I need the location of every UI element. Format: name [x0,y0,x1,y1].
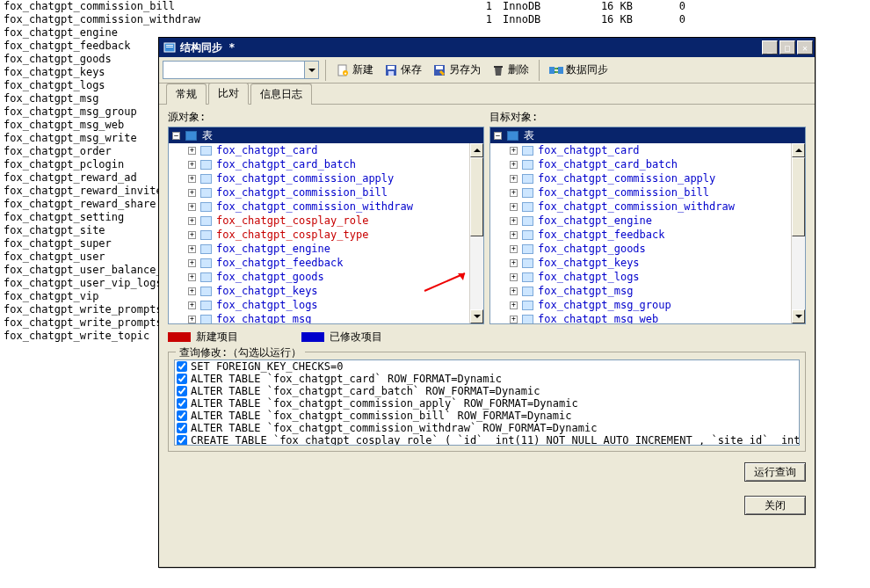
tree-node[interactable]: +fox_chatgpt_keys [169,284,469,298]
tree-node[interactable]: +fox_chatgpt_feedback [169,256,469,270]
query-checkbox[interactable] [177,398,187,409]
tree-node[interactable]: +fox_chatgpt_engine [490,214,791,228]
collapse-icon[interactable]: − [172,132,180,140]
profile-combobox[interactable] [163,61,319,79]
tree-node[interactable]: +fox_chatgpt_commission_bill [490,185,791,200]
expand-icon[interactable]: + [188,287,196,295]
expand-icon[interactable]: + [510,273,518,281]
combobox-dropdown-button[interactable] [304,62,318,78]
query-checkbox[interactable] [177,410,187,421]
collapse-icon[interactable]: − [494,132,502,140]
save-as-button[interactable]: 另存为 [429,61,484,79]
target-scrollbar[interactable] [791,143,805,323]
expand-icon[interactable]: + [510,217,518,225]
expand-icon[interactable]: + [188,316,196,323]
tab-compare[interactable]: 比对 [208,83,249,105]
bg-table-row[interactable]: fox_chatgpt_commission_withdraw1InnoDB16… [0,13,870,26]
expand-icon[interactable]: + [188,245,196,253]
tree-node[interactable]: +fox_chatgpt_engine [169,242,469,256]
save-button[interactable]: 保存 [381,61,425,79]
scroll-up-button[interactable] [792,143,805,157]
expand-icon[interactable]: + [188,301,196,309]
table-icon [522,272,533,282]
expand-icon[interactable]: + [510,287,518,295]
bg-table-row[interactable]: fox_chatgpt_commission_bill1InnoDB16 KB0 [0,0,870,13]
query-line[interactable]: SET FOREIGN_KEY_CHECKS=0 [175,360,799,373]
tree-node[interactable]: +fox_chatgpt_cosplay_role [169,214,469,228]
minimize-button[interactable]: _ [762,40,778,54]
profile-input[interactable] [163,62,304,78]
tab-general[interactable]: 常规 [166,83,207,105]
expand-icon[interactable]: + [188,217,196,225]
tree-node[interactable]: +fox_chatgpt_msg [490,284,791,298]
expand-icon[interactable]: + [188,273,196,281]
scroll-thumb[interactable] [470,157,483,236]
expand-icon[interactable]: + [188,259,196,267]
source-scrollbar[interactable] [469,143,483,323]
expand-icon[interactable]: + [510,259,518,267]
target-tree[interactable]: − 表 +fox_chatgpt_card+fox_chatgpt_card_b… [489,127,806,324]
expand-icon[interactable]: + [188,231,196,239]
scroll-down-button[interactable] [470,309,483,323]
expand-icon[interactable]: + [188,189,196,197]
expand-icon[interactable]: + [188,175,196,183]
expand-icon[interactable]: + [510,147,518,155]
scroll-up-button[interactable] [470,143,483,157]
data-sync-button[interactable]: 数据同步 [546,61,612,79]
tree-node[interactable]: +fox_chatgpt_card [490,143,791,157]
query-checkbox[interactable] [177,435,187,446]
tree-node[interactable]: +fox_chatgpt_goods [169,270,469,284]
scroll-down-button[interactable] [792,309,805,323]
tree-node[interactable]: +fox_chatgpt_commission_apply [490,171,791,185]
query-checkbox[interactable] [177,386,187,396]
expand-icon[interactable]: + [188,203,196,211]
expand-icon[interactable]: + [510,245,518,253]
tree-node[interactable]: +fox_chatgpt_logs [490,270,791,284]
tree-node[interactable]: +fox_chatgpt_goods [490,242,791,256]
close-button[interactable]: 关闭 [744,496,806,515]
expand-icon[interactable]: + [510,203,518,211]
tree-node[interactable]: +fox_chatgpt_keys [490,256,791,270]
expand-icon[interactable]: + [510,161,518,169]
maximize-button[interactable]: □ [779,40,795,54]
expand-icon[interactable]: + [188,147,196,155]
query-list[interactable]: SET FOREIGN_KEY_CHECKS=0ALTER TABLE `fox… [174,359,800,446]
tree-node[interactable]: +fox_chatgpt_commission_apply [169,171,469,185]
scroll-thumb[interactable] [792,157,805,236]
target-tree-header[interactable]: − 表 [490,127,805,143]
tree-node[interactable]: +fox_chatgpt_commission_bill [169,185,469,200]
expand-icon[interactable]: + [510,189,518,197]
tree-node[interactable]: +fox_chatgpt_msg_web [490,312,791,323]
tree-node[interactable]: +fox_chatgpt_msg_group [490,298,791,312]
tree-node[interactable]: +fox_chatgpt_card [169,143,469,157]
expand-icon[interactable]: + [188,161,196,169]
new-button[interactable]: ★ 新建 [332,61,377,79]
query-line[interactable]: CREATE TABLE `fox_chatgpt_cosplay_role` … [175,434,799,446]
tree-node[interactable]: +fox_chatgpt_feedback [490,228,791,242]
expand-icon[interactable]: + [510,301,518,309]
tree-node[interactable]: +fox_chatgpt_card_batch [490,157,791,171]
tree-node[interactable]: +fox_chatgpt_logs [169,298,469,312]
query-checkbox[interactable] [177,423,187,433]
close-window-button[interactable]: ✕ [797,40,813,54]
tab-log[interactable]: 信息日志 [250,83,312,105]
query-line[interactable]: ALTER TABLE `fox_chatgpt_card_batch` ROW… [175,385,799,397]
tree-node[interactable]: +fox_chatgpt_cosplay_type [169,228,469,242]
source-tree[interactable]: − 表 +fox_chatgpt_card+fox_chatgpt_card_b… [168,127,484,324]
source-tree-header[interactable]: − 表 [169,127,483,143]
query-line[interactable]: ALTER TABLE `fox_chatgpt_commission_appl… [175,397,799,410]
tree-node[interactable]: +fox_chatgpt_card_batch [169,157,469,171]
tree-node[interactable]: +fox_chatgpt_commission_withdraw [490,200,791,214]
expand-icon[interactable]: + [510,175,518,183]
query-checkbox[interactable] [177,374,187,384]
expand-icon[interactable]: + [510,231,518,239]
query-checkbox[interactable] [177,361,187,372]
delete-button[interactable]: 删除 [488,61,533,79]
query-line[interactable]: ALTER TABLE `fox_chatgpt_commission_with… [175,422,799,434]
query-line[interactable]: ALTER TABLE `fox_chatgpt_card` ROW_FORMA… [175,373,799,385]
tree-node[interactable]: +fox_chatgpt_msg [169,312,469,323]
query-line[interactable]: ALTER TABLE `fox_chatgpt_commission_bill… [175,410,799,422]
expand-icon[interactable]: + [510,316,518,323]
tree-node[interactable]: +fox_chatgpt_commission_withdraw [169,200,469,214]
run-query-button[interactable]: 运行查询 [744,462,806,482]
